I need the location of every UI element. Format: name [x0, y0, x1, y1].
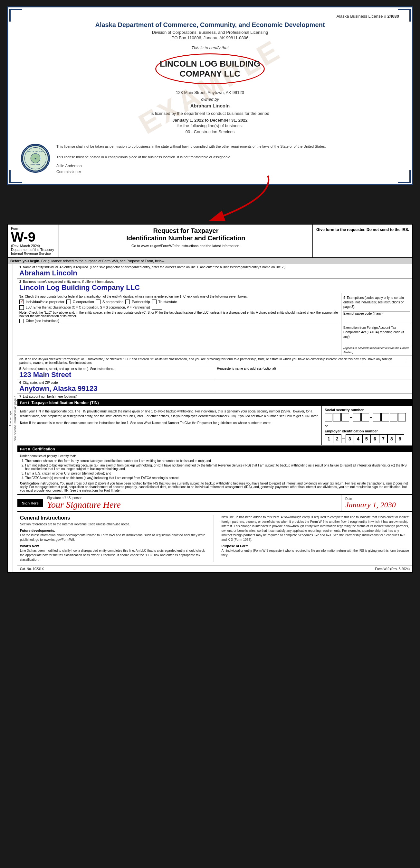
- signature-value: Your Signature Here: [47, 500, 337, 510]
- field6-area: 6 City, state, and ZIP code Anytown, Ala…: [18, 380, 215, 394]
- ein-label: Employer identification number: [325, 429, 410, 433]
- w9-document: Form W-9 (Rev. March 2024) Department of…: [7, 224, 413, 573]
- w9-section: Form W-9 (Rev. March 2024) Department of…: [0, 224, 420, 580]
- s-corp-checkbox[interactable]: [96, 300, 101, 304]
- cert-instructions: Certification instructions. You must cro…: [20, 482, 410, 492]
- company-address: 123 Main Street, Anytown, AK 99123: [21, 90, 399, 95]
- w9-header: Form W-9 (Rev. March 2024) Department of…: [8, 224, 412, 258]
- ein-box-2[interactable]: 2: [333, 434, 341, 443]
- field1-content: 1 Name of entity/individual. An entity i…: [18, 264, 287, 278]
- checkbox-row-1: Individual/sole proprietor C corporation…: [19, 300, 339, 304]
- field7-label: List account number(s) here (optional): [23, 395, 77, 398]
- llc-checkbox[interactable]: [19, 305, 24, 310]
- gi-title: General Instructions: [20, 515, 208, 521]
- llc-note: Note: Check the "LLC" box above and, in …: [19, 311, 339, 318]
- field5-area: 5 Address (number, street, and apt. or s…: [18, 366, 215, 380]
- c-corp-label: C corporation: [73, 300, 94, 304]
- signature-label: Signature of U.S. person: [47, 496, 337, 500]
- ein-box-1[interactable]: 1: [325, 434, 333, 443]
- field4-area: 4 Exemptions (codes apply only to certai…: [341, 293, 412, 356]
- trust-label: Trust/estate: [159, 300, 177, 304]
- tin-section: Enter your TIN in the appropriate box. T…: [18, 406, 412, 445]
- field3b-text: 3b If on line 3a you checked "Partnershi…: [19, 357, 403, 365]
- field3a-label: Check the appropriate box for federal ta…: [25, 295, 248, 298]
- agency-name: Alaska Department of Commerce, Community…: [21, 21, 399, 29]
- ssn-label: Social security number: [325, 408, 410, 412]
- ssn-dash-1: –: [350, 415, 353, 420]
- general-instructions: General Instructions Section references …: [18, 512, 412, 566]
- individual-checkbox[interactable]: [19, 300, 24, 304]
- gi-whats-new-label: What's New: [20, 544, 208, 548]
- field2-value: Lincoln Log Building Company LLC: [19, 283, 164, 292]
- connecting-arrow: [113, 173, 307, 224]
- before-begin-text: For guidance related to the purpose of F…: [41, 259, 165, 263]
- gi-whats-new-text: Line 3a has been modified to clarify how…: [20, 549, 208, 562]
- field6-value: Anytown, Alaska 99123: [19, 384, 213, 393]
- ein-box-8[interactable]: 8: [388, 434, 396, 443]
- applies-text: (Applies to accounts maintained outside …: [343, 346, 410, 354]
- division-name: Division of Corporations, Business, and …: [21, 30, 399, 35]
- c-corp-checkbox[interactable]: [66, 300, 71, 304]
- w9-footer: Cat. No. 10231X Form W-9 (Rev. 3-2024): [18, 566, 412, 572]
- ein-box-3[interactable]: 3: [345, 434, 354, 443]
- partnership-checkbox[interactable]: [125, 300, 130, 304]
- signature-area[interactable]: Signature of U.S. person Your Signature …: [43, 495, 341, 511]
- ein-box-5[interactable]: 5: [362, 434, 371, 443]
- field3a-area: 3a Check the appropriate box for federal…: [18, 293, 341, 356]
- ein-box-7[interactable]: 7: [379, 434, 388, 443]
- ssn-box-9[interactable]: [398, 413, 406, 422]
- ssn-box-1[interactable]: [325, 413, 332, 422]
- field1-label: Name of entity/individual. An entity is …: [23, 266, 285, 269]
- corner-decoration-bl: [9, 170, 22, 183]
- ssn-box-5[interactable]: [361, 413, 369, 422]
- individual-label: Individual/sole proprietor: [26, 300, 64, 304]
- business-type: 00 - Construction Services: [21, 129, 399, 134]
- sign-row: Sign Here Signature of U.S. person Your …: [18, 495, 412, 512]
- field3b-checkbox[interactable]: [406, 358, 410, 362]
- ein-box-6[interactable]: 6: [371, 434, 379, 443]
- ssn-box-7[interactable]: [381, 413, 389, 422]
- s-corp-label: S corporation: [103, 300, 123, 304]
- cert-item-4: The FATCA code(s) entered on this form (…: [25, 476, 410, 480]
- license-section: EXAMPLE Alaska Business License # 24680 …: [0, 0, 420, 185]
- state-seal: SEAL OF THE STATE OF ALASKA ★: [21, 144, 50, 173]
- seal-circle: SEAL OF THE STATE OF ALASKA ★: [21, 144, 50, 173]
- w9-url: Go to www.irs.gov/FormW9 for instruction…: [64, 244, 307, 248]
- partnership-label: Partnership: [132, 300, 150, 304]
- ein-box-4[interactable]: 4: [354, 434, 362, 443]
- trust-checkbox[interactable]: [152, 300, 157, 304]
- ssn-box-3[interactable]: [341, 413, 349, 422]
- date-area: Date January 1, 2030: [341, 496, 412, 510]
- w9-title: Request for Taxpayer: [64, 227, 307, 235]
- form-rev: (Rev. March 2024): [11, 244, 55, 248]
- other-checkbox[interactable]: [19, 319, 24, 323]
- field2-label: Business name/disregarded entity name, i…: [23, 280, 114, 283]
- field2-content: 2 Business name/disregarded entity name,…: [18, 279, 166, 293]
- sign-here-label: Sign Here: [18, 499, 43, 507]
- owned-by-text: owned by: [21, 97, 399, 102]
- print-instruction: Print or type.: [8, 264, 12, 572]
- date-value: January 1, 2030: [345, 501, 409, 509]
- ein-dash: –: [341, 436, 345, 442]
- w9-body: Print or type. See Specific Instructions…: [8, 264, 412, 572]
- company-name-oval: LINCOLN LOG BUILDING COMPANY LLC: [155, 53, 265, 84]
- corner-decoration-tr: [398, 9, 411, 22]
- part2-label: Part II: [20, 447, 30, 451]
- arrow-connector: [0, 185, 420, 224]
- tin-boxes: Social security number – –: [322, 406, 412, 445]
- gi-right: New line 3b has been added to this form.…: [220, 515, 410, 562]
- requester-label: Requester's name and address (optional): [217, 367, 411, 370]
- ssn-box-6[interactable]: [373, 413, 381, 422]
- give-form-text: Give form to the requester. Do not send …: [313, 224, 412, 257]
- ssn-dash-2: –: [370, 415, 372, 420]
- ssn-box-8[interactable]: [390, 413, 397, 422]
- field1-value: Abraham Lincoln: [19, 269, 285, 277]
- ssn-box-4[interactable]: [353, 413, 361, 422]
- ein-box-9[interactable]: 9: [396, 434, 404, 443]
- llc-row: LLC. Enter the tax classification (C = C…: [19, 305, 339, 310]
- cat-number: Cat. No. 10231X: [20, 567, 44, 571]
- gi-right-para1: New line 3b has been added to this form.…: [222, 515, 410, 542]
- ssn-box-2[interactable]: [333, 413, 341, 422]
- exempt-payee-line: Exempt payee code (if any): [343, 311, 410, 323]
- cert-list: The number shown on this form is my corr…: [20, 459, 410, 480]
